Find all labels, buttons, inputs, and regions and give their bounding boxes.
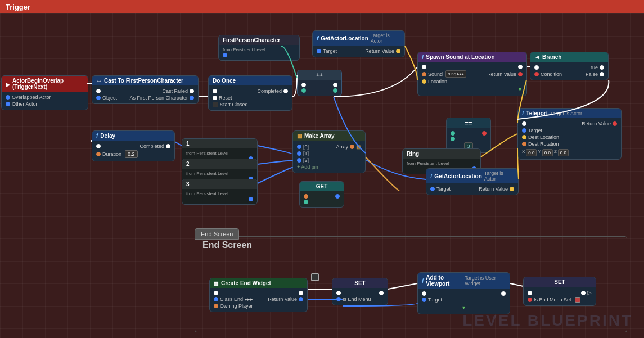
pin-inc-exec[interactable]	[301, 83, 306, 87]
pin-teleport-exec[interactable]	[522, 121, 526, 126]
node-increment[interactable]: ++	[297, 70, 342, 96]
pin-duration[interactable]	[96, 152, 101, 156]
pin-cast-failed[interactable]	[190, 89, 194, 93]
title-bar: Trigger	[0, 0, 644, 13]
node-actor-begin-overlap[interactable]: ▶ ActorBeginOverlap (TriggerNext) Overla…	[1, 75, 88, 110]
node-delay[interactable]: f Delay Completed Duration 0.2	[92, 130, 175, 161]
node-delay-header: f Delay	[92, 131, 174, 141]
pin-doonce-exec[interactable]	[213, 89, 217, 93]
pin-getloc2-target[interactable]	[430, 187, 435, 191]
node-p2-header: 2	[182, 159, 257, 169]
pin-reset[interactable]	[213, 96, 217, 100]
node-do-once[interactable]: Do Once Completed Reset	[208, 75, 292, 111]
pin-teleport-destloc[interactable]	[522, 135, 526, 139]
pin-branch-true[interactable]	[600, 65, 604, 70]
pin-sound-out[interactable]	[518, 65, 523, 69]
pin-inc-out2[interactable]	[333, 88, 337, 93]
pin-sound-exec[interactable]	[422, 65, 426, 69]
pin-sound-location[interactable]	[422, 79, 426, 84]
pin-teleport-destrot[interactable]	[522, 142, 526, 146]
pin-get-out[interactable]	[335, 194, 340, 199]
pin-inc-out[interactable]	[333, 83, 337, 87]
node-cast-header: ↔ Cast To FirstPersonCharacter	[92, 76, 198, 85]
node-persistent-3[interactable]: 3 from Persistent Level	[182, 179, 258, 205]
node-get[interactable]: GET	[299, 181, 344, 208]
pin-array-0[interactable]	[297, 145, 301, 149]
end-screen-section-label: End Screen	[202, 240, 252, 250]
pin-get-idx[interactable]	[304, 200, 308, 204]
node-firstperson-header: FirstPersonCharacter	[219, 35, 299, 45]
pin-array-out[interactable]	[350, 145, 354, 149]
pin-other-actor[interactable]	[6, 102, 10, 106]
pin-delay-completed[interactable]	[166, 144, 170, 148]
pin-array-2[interactable]	[297, 158, 301, 163]
pin-overlapped-actor[interactable]	[6, 95, 10, 100]
pin-array-1[interactable]	[297, 151, 301, 156]
pin-branch-exec[interactable]	[534, 65, 539, 70]
pin-inc-in[interactable]	[301, 88, 306, 93]
node-increment-header: ++	[298, 70, 341, 80]
pin-cmp-b[interactable]	[451, 137, 455, 141]
node-getactorlocation-2[interactable]: f GetActorLocation Target is Actor Targe…	[426, 168, 519, 195]
pin-get-arr[interactable]	[304, 194, 308, 199]
node-actor-header: ▶ ActorBeginOverlap (TriggerNext)	[2, 76, 88, 92]
add-pin-button[interactable]: + Add pin	[297, 164, 318, 170]
node-compare[interactable]: == 3	[446, 118, 491, 153]
pin-object[interactable]	[96, 96, 101, 100]
pin-condition[interactable]	[534, 72, 539, 76]
end-screen-tab-button[interactable]: End Screen	[195, 228, 239, 240]
node-makearray-header: ▦ Make Array	[293, 131, 365, 141]
pin-cmp-out[interactable]	[482, 131, 487, 136]
node-teleport[interactable]: f Teleport Target is Actor Return Value …	[517, 108, 622, 160]
pin-sound-retval[interactable]	[518, 72, 523, 76]
node-teleport-header: f Teleport Target is Actor	[518, 109, 621, 118]
node-doonce-header: Do Once	[209, 76, 292, 85]
node-branch[interactable]: ◄ Branch True Condition False	[530, 52, 609, 80]
pin-start-closed-checkbox[interactable]	[213, 102, 218, 107]
pin-as-firstperson[interactable]	[190, 96, 194, 100]
node-getloc1-header: f GetActorLocation Target is Actor	[313, 31, 404, 46]
pin-getloc1-target[interactable]	[317, 49, 321, 53]
pin-firstperson-out[interactable]	[223, 53, 227, 57]
node-make-array[interactable]: ▦ Make Array [0] Array ▦ [1]	[292, 130, 366, 173]
pin-branch-false[interactable]	[600, 72, 604, 76]
node-get-header: GET	[300, 182, 344, 191]
pin-exec-in[interactable]	[96, 89, 101, 93]
title-text: Trigger	[6, 3, 30, 11]
node-compare-header: ==	[447, 118, 490, 128]
pin-doonce-completed[interactable]	[283, 89, 288, 93]
end-screen-panel	[195, 236, 627, 332]
node-branch-header: ◄ Branch	[530, 52, 608, 62]
canvas[interactable]: End Screen End Screen ▶ ActorBeginOverla…	[0, 13, 644, 338]
pin-delay-exec[interactable]	[96, 144, 101, 148]
node-p3-header: 3	[182, 179, 257, 189]
node-p1-header: 1	[182, 139, 257, 148]
pin-getloc2-retval[interactable]	[510, 187, 514, 191]
pin-cmp-a[interactable]	[451, 131, 455, 136]
node-cast-firstperson[interactable]: ↔ Cast To FirstPersonCharacter Cast Fail…	[92, 75, 199, 104]
node-spawn-sound[interactable]: f Spawn Sound at Location Sound ding ▸▸▸…	[417, 52, 527, 96]
node-ring-header: Ring	[403, 149, 480, 159]
node-getactorlocation-1[interactable]: f GetActorLocation Target is Actor Targe…	[312, 30, 405, 57]
pin-teleport-retval[interactable]	[613, 121, 617, 126]
node-getloc2-header: f GetActorLocation Target is Actor	[426, 169, 518, 183]
pin-teleport-target[interactable]	[522, 128, 526, 133]
node-sound-header: f Spawn Sound at Location	[418, 52, 526, 62]
node-firstperson[interactable]: FirstPersonCharacter from Persistent Lev…	[218, 35, 300, 61]
pin-getloc1-retval[interactable]	[396, 49, 400, 53]
end-screen-tab-label: End Screen	[201, 231, 233, 237]
pin-sound-sound[interactable]	[422, 72, 426, 76]
pin-p3-out[interactable]	[249, 197, 253, 201]
